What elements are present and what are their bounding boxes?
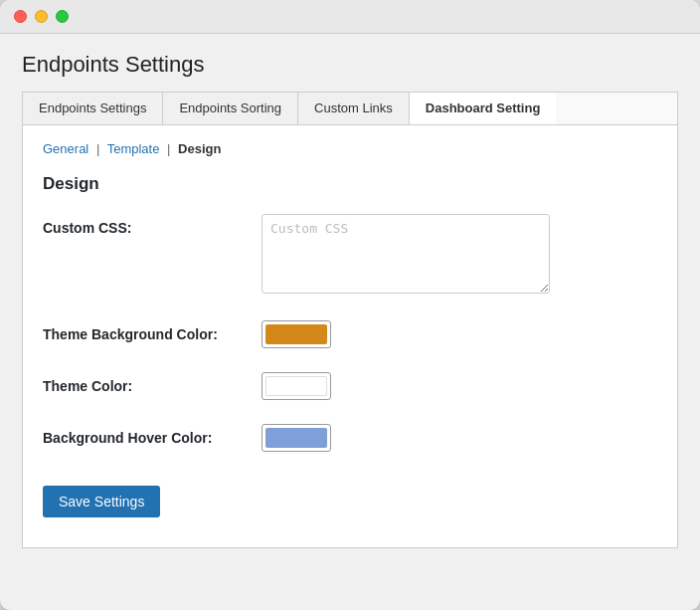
custom-css-control [262, 214, 657, 297]
theme-bg-color-control [262, 320, 657, 348]
theme-bg-color-label: Theme Background Color: [43, 320, 262, 342]
bg-hover-color-swatch [265, 428, 327, 448]
bg-hover-color-label: Background Hover Color: [43, 424, 262, 446]
theme-color-control [262, 372, 657, 400]
content-area: General | Template | Design Design Custo… [22, 124, 678, 548]
tab-custom-links[interactable]: Custom Links [298, 93, 410, 124]
bg-hover-color-row: Background Hover Color: [43, 424, 657, 452]
title-bar [0, 0, 700, 34]
custom-css-row: Custom CSS: [43, 214, 657, 297]
page-title: Endpoints Settings [22, 52, 678, 78]
breadcrumb-sep-1: | [96, 141, 99, 156]
close-button[interactable] [14, 10, 27, 23]
theme-color-picker[interactable] [262, 372, 331, 400]
section-title: Design [43, 174, 657, 194]
theme-bg-color-swatch [265, 324, 327, 344]
breadcrumb-template[interactable]: Template [107, 141, 160, 156]
breadcrumb-general[interactable]: General [43, 141, 88, 156]
save-button[interactable]: Save Settings [43, 486, 160, 517]
theme-color-swatch [265, 376, 327, 396]
tab-endpoints-settings[interactable]: Endpoints Settings [23, 93, 163, 124]
breadcrumb-sep-2: | [167, 141, 170, 156]
tab-dashboard-setting[interactable]: Dashboard Setting [410, 93, 557, 124]
custom-css-label: Custom CSS: [43, 214, 262, 236]
bg-hover-color-picker[interactable] [262, 424, 331, 452]
tab-endpoints-sorting[interactable]: Endpoints Sorting [163, 93, 298, 124]
theme-color-row: Theme Color: [43, 372, 657, 400]
minimize-button[interactable] [35, 10, 48, 23]
custom-css-input[interactable] [262, 214, 550, 294]
app-window: Endpoints Settings Endpoints Settings En… [0, 0, 700, 610]
breadcrumb: General | Template | Design [43, 141, 657, 156]
bg-hover-color-control [262, 424, 657, 452]
breadcrumb-current: Design [178, 141, 221, 156]
theme-bg-color-picker[interactable] [262, 320, 331, 348]
maximize-button[interactable] [56, 10, 69, 23]
theme-color-label: Theme Color: [43, 372, 262, 394]
main-content: Endpoints Settings Endpoints Settings En… [0, 34, 700, 610]
theme-bg-color-row: Theme Background Color: [43, 320, 657, 348]
tabs-container: Endpoints Settings Endpoints Sorting Cus… [22, 92, 678, 124]
